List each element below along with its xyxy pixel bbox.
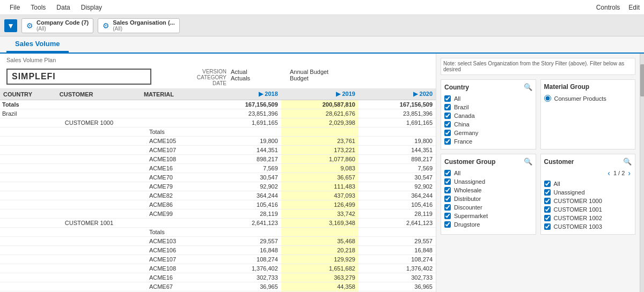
country-filter-item[interactable]: Germany	[444, 129, 532, 137]
customer-checkbox[interactable]	[544, 198, 551, 204]
customer-group-title: Customer Group	[444, 158, 495, 166]
country-checkbox[interactable]	[444, 138, 451, 145]
customer-group-filter-item[interactable]: Wholesale	[444, 186, 532, 194]
cell-2020: 19,800	[358, 137, 436, 146]
cell-2018: 23,851,396	[204, 109, 281, 118]
country-checkbox[interactable]	[444, 113, 451, 119]
country-checkbox[interactable]	[444, 130, 451, 136]
company-code-filter[interactable]: ⚙ Company Code (7) (All)	[21, 18, 93, 33]
cell-country	[0, 173, 56, 182]
customer-group-filter-item[interactable]: Drugstore	[444, 220, 532, 229]
material-group-radio[interactable]	[544, 95, 551, 102]
cell-customer	[56, 128, 141, 137]
customer-label: CUSTOMER 1002	[554, 215, 602, 221]
customer-group-filter-item[interactable]: Unassigned	[444, 177, 532, 186]
right-panel-container: Note: select Sales Organization from the…	[436, 54, 644, 292]
customer-filter-item[interactable]: CUSTOMER 1000	[544, 197, 632, 205]
customer-filter-item[interactable]: CUSTOMER 1002	[544, 214, 632, 222]
col-2019[interactable]: ▶ 2019	[281, 88, 358, 100]
date-label: DATE	[173, 80, 226, 86]
customer-group-label: Unassigned	[454, 178, 485, 185]
customer-checkbox[interactable]	[544, 181, 551, 187]
table-row: Brazil 23,851,396 28,621,676 23,851,396	[0, 109, 436, 118]
col-2020[interactable]: ▶ 2020	[358, 88, 436, 100]
customer-search-icon[interactable]: 🔍	[623, 158, 632, 166]
country-checkbox[interactable]	[444, 95, 451, 102]
cell-country	[0, 237, 56, 246]
customer-checkbox[interactable]	[544, 215, 551, 221]
customer-group-checkbox[interactable]	[444, 204, 451, 211]
table-row: ACME107 144,351 173,221 144,351	[0, 146, 436, 155]
country-filter-item[interactable]: China	[444, 120, 532, 129]
material-group-item[interactable]: Consumer Products	[544, 94, 632, 103]
nav-file[interactable]: File	[4, 4, 25, 11]
customer-group-filter-item[interactable]: All	[444, 169, 532, 177]
table-panel: Sales Volume Plan SIMPLEFI VERSION CATEG…	[0, 54, 436, 292]
cell-material: ACME86	[141, 200, 204, 209]
right-scrollbar[interactable]	[640, 54, 644, 292]
cell-material: ACME107	[141, 146, 204, 155]
material-group-filter-box: Material Group Consumer Products	[540, 79, 636, 149]
cell-2019: 173,221	[281, 146, 358, 155]
customer-group-filter-item[interactable]: Distributor	[444, 194, 532, 203]
table-row: ACME99 28,119 33,742 28,119	[0, 209, 436, 219]
cell-country	[0, 273, 56, 282]
sales-org-filter[interactable]: ⚙ Sales Organisation (... (All)	[98, 18, 180, 33]
country-checkbox[interactable]	[444, 121, 451, 128]
cell-2019: 126,499	[281, 200, 358, 209]
country-filter-item[interactable]: All	[444, 94, 532, 103]
nav-tools[interactable]: Tools	[25, 4, 51, 11]
col-2018[interactable]: ▶ 2018	[204, 88, 281, 100]
customer-group-search-icon[interactable]: 🔍	[524, 158, 532, 166]
cell-2020: 36,965	[358, 282, 436, 291]
scrollbar-thumb	[640, 64, 644, 96]
customer-checkbox[interactable]	[544, 223, 551, 230]
cell-country	[0, 118, 56, 128]
company-code-icon: ⚙	[26, 21, 33, 30]
cell-2019: 1,651,682	[281, 264, 358, 273]
nav-display[interactable]: Display	[76, 4, 107, 11]
cell-country	[0, 246, 56, 255]
nav-controls[interactable]: Controls	[596, 4, 620, 11]
cell-2018: 29,557	[204, 237, 281, 246]
nav-edit[interactable]: Edit	[628, 4, 640, 11]
country-search-icon[interactable]: 🔍	[524, 83, 532, 91]
table-row: ACME82 364,244 437,093 364,244	[0, 191, 436, 200]
col-country: COUNTRY	[0, 88, 56, 100]
customer-filter-item[interactable]: All	[544, 179, 632, 188]
customer-group-filter-item[interactable]: Supermarket	[444, 212, 532, 220]
customer-group-filter-item[interactable]: Discounter	[444, 203, 532, 212]
customer-group-checkbox[interactable]	[444, 170, 451, 176]
nav-data[interactable]: Data	[51, 4, 75, 11]
customer-checkbox[interactable]	[544, 206, 551, 213]
table-row: CUSTOMER 1001 2,641,123 3,169,348 2,641,…	[0, 219, 436, 228]
cell-2020: 364,244	[358, 191, 436, 200]
next-page-button[interactable]: ›	[627, 169, 632, 177]
customer-filter-item[interactable]: CUSTOMER 1003	[544, 222, 632, 231]
country-filter-item[interactable]: France	[444, 137, 532, 146]
customer-checkbox[interactable]	[544, 189, 551, 196]
col-customer: CUSTOMER	[56, 88, 141, 100]
tab-sales-volume[interactable]: Sales Volume	[6, 38, 69, 53]
customer-filter-item[interactable]: CUSTOMER 1001	[544, 205, 632, 214]
cell-2019: 44,358	[281, 282, 358, 291]
cell-2020: 302,733	[358, 273, 436, 282]
cell-material: ACME108	[141, 264, 204, 273]
table-row: Totals 167,156,509 200,587,810 167,156,5…	[0, 100, 436, 109]
country-filter-item[interactable]: Canada	[444, 111, 532, 120]
customer-pagination: ‹ 1 / 2 ›	[544, 169, 632, 177]
country-filter-item[interactable]: Brazil	[444, 103, 532, 111]
customer-filter-item[interactable]: Unassigned	[544, 188, 632, 197]
country-checkbox[interactable]	[444, 104, 451, 110]
prev-page-button[interactable]: ‹	[606, 169, 611, 177]
cell-customer	[56, 182, 141, 191]
filter-icon[interactable]: ▼	[4, 19, 17, 32]
customer-group-checkbox[interactable]	[444, 221, 451, 228]
customer-group-checkbox[interactable]	[444, 178, 451, 185]
table-row: ACME16 7,569 9,083 7,569	[0, 164, 436, 173]
customer-group-checkbox[interactable]	[444, 187, 451, 193]
customer-group-filter-box: Customer Group 🔍 AllUnassignedWholesaleD…	[441, 154, 536, 235]
cell-2019: 2,029,398	[281, 118, 358, 128]
customer-group-checkbox[interactable]	[444, 196, 451, 202]
customer-group-checkbox[interactable]	[444, 213, 451, 219]
